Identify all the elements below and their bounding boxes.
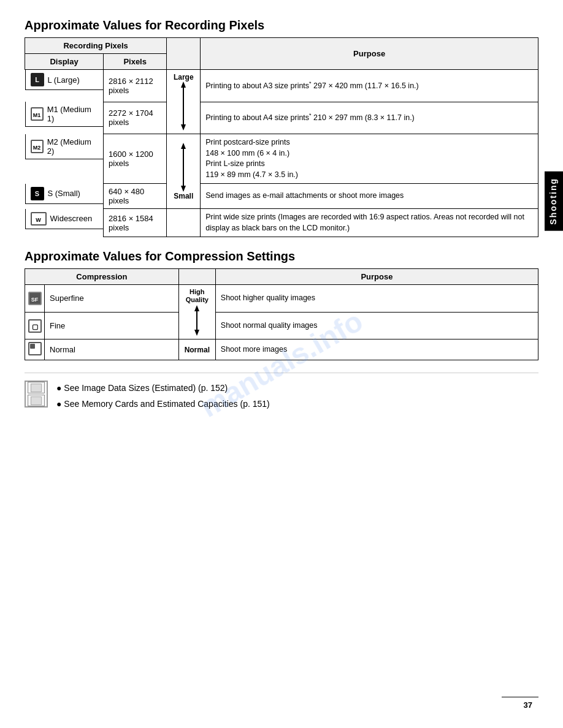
table-row: W Widescreen 2816 × 1584 pixels Print wi…	[25, 209, 538, 237]
small-label: Small	[174, 192, 193, 200]
table-row: ▢ Fine Shoot normal quality images	[25, 312, 538, 339]
pixels-header: Pixels	[104, 54, 167, 70]
note-bullet-2: See Memory Cards and Estimated Capacitie…	[56, 396, 270, 412]
arrow-large-cell: Large	[167, 70, 201, 134]
large-arrow-svg	[178, 82, 188, 131]
table-row: S S (Small) 640 × 480 pixels Send images…	[25, 184, 538, 209]
purpose-cell-w: Print wide size prints (Images are recor…	[201, 209, 538, 237]
comp-purpose-f: Shoot normal quality images	[215, 312, 538, 339]
purpose-cell-s: Send images as e-mail attachments or sho…	[201, 184, 538, 209]
arrow-none-cell	[167, 209, 201, 237]
display-cell-m1: M1 M1 (Medium 1)	[25, 102, 104, 127]
comp-arrow-header	[178, 269, 215, 285]
notes-section: See Image Data Sizes (Estimated) (p. 152…	[25, 373, 538, 411]
pixels-cell-l: 2816 × 2112 pixels	[104, 70, 167, 102]
comp-label-f: Fine	[45, 312, 179, 339]
high-quality-label: HighQuality	[186, 288, 209, 304]
svg-marker-8	[194, 330, 199, 336]
shooting-tab: Shooting	[545, 172, 563, 231]
svg-marker-2	[181, 124, 186, 131]
comp-label-sf: Superfine	[45, 285, 179, 313]
recording-pixels-header: Recording Pixels	[25, 38, 167, 54]
notes-icon	[25, 381, 48, 408]
comp-icon-n	[25, 339, 45, 360]
svg-marker-5	[181, 186, 186, 192]
pixels-cell-m1: 2272 × 1704 pixels	[104, 102, 167, 134]
comp-purpose-n: Shoot more images	[215, 339, 538, 360]
high-arrow-svg	[193, 305, 201, 336]
s-icon: S	[31, 187, 44, 200]
purpose-cell-l: Printing to about A3 size prints* 297 × …	[201, 70, 538, 102]
purpose-header: Purpose	[201, 38, 538, 70]
table-row: M2 M2 (Medium 2) 1600 × 1200 pixels Smal…	[25, 134, 538, 184]
comp-arrow-normal: Normal	[178, 339, 215, 360]
svg-marker-4	[181, 143, 186, 149]
table-row: M1 M1 (Medium 1) 2272 × 1704 pixels Prin…	[25, 102, 538, 134]
pixels-cell-w: 2816 × 1584 pixels	[104, 209, 167, 237]
display-cell-s: S S (Small)	[25, 184, 104, 204]
comp-label-n: Normal	[45, 339, 179, 360]
display-header: Display	[25, 54, 104, 70]
table-row: Normal Normal Shoot more images	[25, 339, 538, 360]
l-icon: L	[31, 73, 44, 86]
purpose-cell-m1: Printing to about A4 size prints* 210 × …	[201, 102, 538, 134]
page-number: 37	[524, 700, 532, 710]
table-row: L L (Large) 2816 × 2112 pixels Large Pri…	[25, 70, 538, 102]
arrow-header-cell	[167, 38, 201, 70]
m2-icon: M2	[31, 140, 44, 153]
m1-icon: M1	[31, 107, 44, 121]
comp-icon-sf: SF	[25, 285, 45, 313]
large-label: Large	[174, 73, 194, 82]
section2-title: Approximate Values for Compression Setti…	[25, 249, 538, 264]
page-divider	[502, 697, 538, 697]
note-bullet-1: See Image Data Sizes (Estimated) (p. 152…	[56, 381, 270, 396]
w-icon: W	[31, 212, 47, 226]
compression-header: Compression	[25, 269, 179, 285]
pixels-cell-m2: 1600 × 1200 pixels	[104, 134, 167, 184]
display-cell-l: L L (Large)	[25, 70, 104, 90]
pixels-cell-s: 640 × 480 pixels	[104, 184, 167, 209]
svg-marker-7	[194, 305, 199, 311]
purpose-cell-m2: Print postcard-size prints148 × 100 mm (…	[201, 134, 538, 184]
comp-arrow-high: HighQuality	[178, 285, 215, 339]
arrow-small-cell: Small	[167, 134, 201, 209]
comp-purpose-sf: Shoot higher quality images	[215, 285, 538, 313]
compression-table: Compression Purpose SF Superfine HighQua…	[25, 268, 538, 360]
table-row: SF Superfine HighQuality Shoot higher qu…	[25, 285, 538, 313]
svg-marker-1	[181, 82, 186, 88]
display-cell-m2: M2 M2 (Medium 2)	[25, 134, 104, 159]
comp-icon-f: ▢	[25, 312, 45, 339]
section1-title: Approximate Values for Recording Pixels	[25, 18, 538, 32]
notes-text: See Image Data Sizes (Estimated) (p. 152…	[56, 381, 270, 411]
recording-pixels-table: Recording Pixels Purpose Display Pixels …	[25, 37, 538, 237]
small-arrow-svg	[178, 143, 188, 192]
comp-purpose-header: Purpose	[215, 269, 538, 285]
display-cell-w: W Widescreen	[25, 209, 104, 229]
